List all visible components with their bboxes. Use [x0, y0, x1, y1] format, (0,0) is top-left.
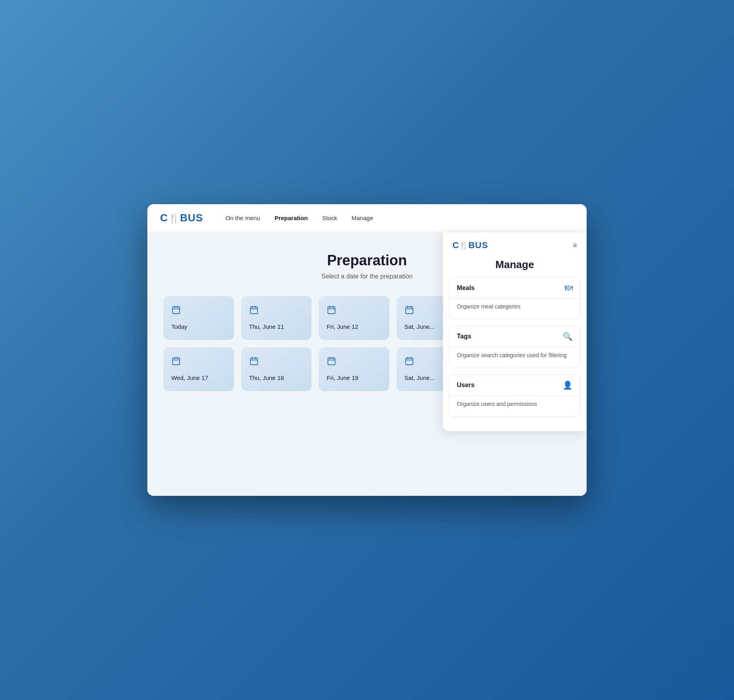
svg-rect-24	[328, 358, 335, 365]
date-card-0[interactable]: Today	[163, 296, 234, 340]
date-card-4[interactable]: Wed, June 17	[163, 347, 234, 391]
manage-panel: C🍴BUS ≡ Manage Meals 🍽 Organize meal cat…	[443, 232, 587, 431]
manage-panel-header: C🍴BUS ≡	[443, 232, 587, 255]
users-description: Organize users and permissions	[457, 400, 573, 408]
date-label: Today	[171, 323, 226, 330]
svg-rect-0	[173, 307, 180, 314]
date-card-5[interactable]: Thu, June 18	[241, 347, 312, 391]
users-section-body: Organize users and permissions	[450, 396, 580, 416]
tags-section-title: Tags	[457, 333, 471, 340]
nav-on-the-menu[interactable]: On the menu	[219, 211, 267, 225]
manage-logo-text: C🍴BUS	[452, 240, 488, 251]
calendar-icon	[327, 356, 381, 368]
date-grid: Today Thu, June 11 Fri, Ju	[163, 296, 467, 391]
date-label: Fri, June 19	[327, 374, 381, 381]
tags-section-body: Organize search categories used for filt…	[450, 347, 580, 368]
manage-section-users-header: Users 👤	[450, 375, 580, 396]
date-card-1[interactable]: Thu, June 11	[241, 296, 312, 340]
nav-preparation[interactable]: Preparation	[268, 211, 314, 225]
nav-manage[interactable]: Manage	[345, 211, 379, 225]
calendar-icon	[249, 356, 304, 368]
svg-rect-4	[250, 307, 258, 314]
manage-logo: C🍴BUS	[452, 240, 488, 251]
manage-section-meals-header: Meals 🍽	[450, 278, 580, 298]
main-content: Preparation Select a date for the prepar…	[147, 232, 587, 496]
logo-text: C🍴BUS	[160, 212, 203, 224]
date-label: Thu, June 18	[249, 374, 304, 381]
browser-window: C🍴BUS On the menu Preparation Stock Mana…	[147, 204, 587, 496]
manage-section-users[interactable]: Users 👤 Organize users and permissions	[449, 374, 580, 417]
tags-description: Organize search categories used for filt…	[457, 351, 573, 360]
svg-rect-28	[406, 358, 413, 365]
svg-rect-8	[328, 307, 335, 314]
calendar-icon	[327, 305, 381, 317]
date-label: Fri, June 12	[327, 323, 381, 330]
manage-section-meals[interactable]: Meals 🍽 Organize meal categories	[449, 277, 580, 319]
manage-section-tags[interactable]: Tags 🔍 Organize search categories used f…	[449, 326, 580, 368]
meals-section-title: Meals	[457, 284, 474, 292]
users-icon: 👤	[563, 380, 573, 390]
meals-description: Organize meal categories	[457, 302, 573, 311]
manage-panel-title: Manage	[443, 255, 587, 277]
svg-rect-16	[173, 358, 180, 365]
svg-rect-20	[250, 358, 258, 365]
date-card-6[interactable]: Fri, June 19	[319, 347, 389, 391]
meals-section-body: Organize meal categories	[450, 298, 580, 319]
calendar-icon	[171, 356, 226, 368]
manage-section-tags-header: Tags 🔍	[450, 326, 580, 347]
logo: C🍴BUS	[160, 212, 203, 224]
manage-logo-fork-icon: 🍴	[459, 242, 468, 250]
users-section-title: Users	[457, 382, 474, 389]
meals-icon: 🍽	[565, 283, 573, 292]
date-label: Wed, June 17	[171, 374, 226, 381]
nav-stock[interactable]: Stock	[316, 211, 344, 225]
nav-links: On the menu Preparation Stock Manage	[219, 211, 380, 225]
calendar-icon	[249, 305, 304, 317]
svg-rect-12	[406, 307, 413, 314]
tags-icon: 🔍	[563, 332, 573, 341]
date-label: Thu, June 11	[249, 323, 304, 330]
hamburger-icon[interactable]: ≡	[573, 241, 577, 250]
logo-fork-icon: 🍴	[169, 213, 180, 223]
navbar: C🍴BUS On the menu Preparation Stock Mana…	[147, 204, 587, 232]
calendar-icon	[171, 305, 226, 317]
date-card-2[interactable]: Fri, June 12	[319, 296, 389, 340]
